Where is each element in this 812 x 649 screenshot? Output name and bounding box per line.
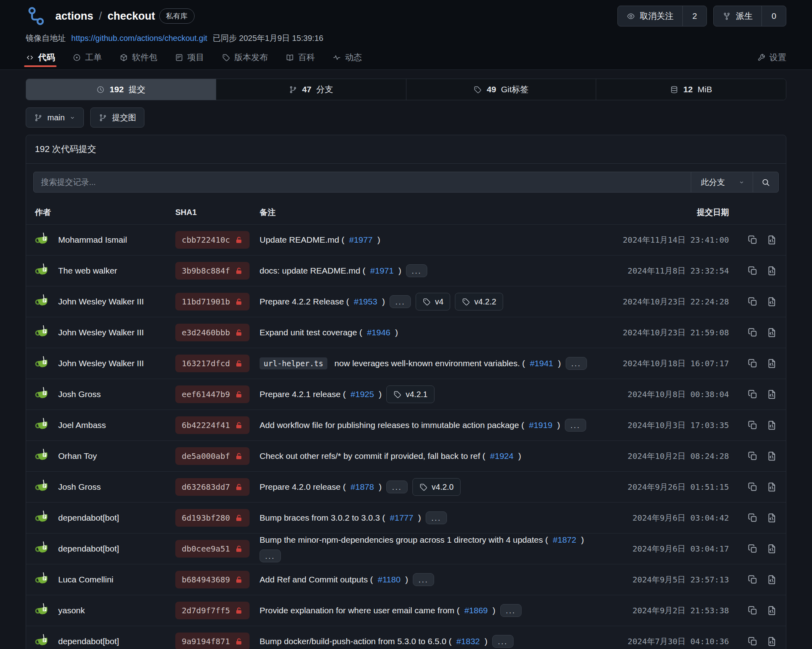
pr-link[interactable]: #1977	[349, 235, 372, 245]
avatar[interactable]	[35, 417, 51, 433]
branch-scope-dropdown[interactable]: 此分支	[691, 172, 753, 192]
author-name[interactable]: John Wesley Walker III	[58, 297, 144, 306]
commit-sha-badge[interactable]: 3b9b8c884f	[175, 262, 250, 280]
author-name[interactable]: The web walker	[58, 266, 117, 276]
commit-sha[interactable]: 6b42224f41	[182, 420, 230, 430]
breadcrumb-owner[interactable]: actions	[55, 10, 93, 22]
copy-sha-button[interactable]	[747, 420, 758, 430]
tag-pill[interactable]: v4.2.2	[455, 293, 503, 310]
author-name[interactable]: Joel Ambass	[58, 420, 106, 430]
author-name[interactable]: Josh Gross	[58, 389, 101, 399]
author-name[interactable]: dependabot[bot]	[58, 544, 119, 554]
commit-graph-button[interactable]: 提交图	[90, 107, 144, 128]
author-name[interactable]: John Wesley Walker III	[58, 359, 144, 368]
copy-sha-button[interactable]	[747, 605, 758, 616]
pr-link[interactable]: #1925	[351, 389, 374, 399]
expand-commit-body-button[interactable]: ...	[386, 481, 408, 493]
avatar[interactable]	[35, 602, 51, 619]
copy-sha-button[interactable]	[747, 544, 758, 554]
tab-代码[interactable]: 代码	[26, 52, 55, 69]
expand-commit-body-button[interactable]: ...	[406, 264, 427, 277]
expand-commit-body-button[interactable]: ...	[500, 604, 522, 617]
author-name[interactable]: dependabot[bot]	[58, 513, 119, 523]
browse-source-button[interactable]	[767, 420, 777, 430]
commit-sha[interactable]: db0cee9a51	[182, 544, 230, 554]
tag-pill[interactable]: v4	[416, 293, 450, 310]
copy-sha-button[interactable]	[747, 296, 758, 307]
author-name[interactable]: Luca Comellini	[58, 575, 114, 584]
tab-项目[interactable]: 项目	[175, 52, 204, 69]
pr-link[interactable]: #1180	[378, 575, 400, 584]
expand-commit-body-button[interactable]: ...	[566, 357, 587, 370]
commit-sha-badge[interactable]: 11bd71901b	[175, 293, 250, 310]
pr-link[interactable]: #1832	[457, 637, 480, 646]
browse-source-button[interactable]	[767, 636, 777, 647]
browse-source-button[interactable]	[767, 296, 777, 307]
browse-source-button[interactable]	[767, 574, 777, 585]
commit-sha-badge[interactable]: 6d193bf280	[175, 509, 250, 527]
pr-link[interactable]: #1777	[390, 513, 413, 523]
tab-动态[interactable]: 动态	[333, 52, 362, 69]
commit-sha[interactable]: 3b9b8c884f	[182, 266, 230, 276]
commit-sha-badge[interactable]: 6b42224f41	[175, 416, 250, 434]
commit-sha-badge[interactable]: 2d7d9f7ff5	[175, 602, 250, 619]
avatar[interactable]	[35, 355, 51, 371]
expand-commit-body-button[interactable]: ...	[413, 573, 434, 586]
commit-sha-badge[interactable]: 9a9194f871	[175, 633, 250, 649]
tab-百科[interactable]: 百科	[286, 52, 315, 69]
avatar[interactable]	[35, 232, 51, 248]
commit-sha[interactable]: 11bd71901b	[182, 297, 230, 306]
commit-sha-badge[interactable]: b684943689	[175, 571, 250, 588]
commit-sha[interactable]: cbb722410c	[182, 235, 230, 245]
commit-sha[interactable]: 163217dfcd	[182, 359, 230, 368]
avatar[interactable]	[35, 386, 51, 402]
pr-link[interactable]: #1924	[490, 451, 514, 461]
commit-sha[interactable]: d632683dd7	[182, 482, 230, 492]
expand-commit-body-button[interactable]: ...	[260, 550, 281, 562]
browse-source-button[interactable]	[767, 327, 777, 338]
pr-link[interactable]: #1869	[464, 606, 487, 615]
pr-link[interactable]: #1971	[370, 266, 394, 276]
commit-sha-badge[interactable]: eef61447b9	[175, 385, 250, 403]
commit-sha-badge[interactable]: cbb722410c	[175, 231, 250, 249]
commit-sha-badge[interactable]: de5a000abf	[175, 447, 250, 465]
avatar[interactable]	[35, 633, 51, 649]
copy-sha-button[interactable]	[747, 451, 758, 461]
commit-sha[interactable]: de5a000abf	[182, 451, 230, 461]
expand-commit-body-button[interactable]: ...	[426, 511, 447, 524]
pr-link[interactable]: #1872	[553, 535, 576, 545]
copy-sha-button[interactable]	[747, 574, 758, 585]
tab-软件包[interactable]: 软件包	[120, 52, 157, 69]
copy-sha-button[interactable]	[747, 636, 758, 647]
copy-sha-button[interactable]	[747, 327, 758, 338]
copy-sha-button[interactable]	[747, 235, 758, 245]
stat-提交[interactable]: 192 提交	[26, 79, 216, 100]
browse-source-button[interactable]	[767, 266, 777, 276]
browse-source-button[interactable]	[767, 513, 777, 523]
author-name[interactable]: Josh Gross	[58, 482, 101, 492]
author-name[interactable]: Mohammad Ismail	[58, 235, 127, 245]
author-name[interactable]: dependabot[bot]	[58, 637, 119, 646]
search-button[interactable]	[753, 172, 778, 192]
commit-sha-badge[interactable]: db0cee9a51	[175, 540, 250, 558]
author-name[interactable]: John Wesley Walker III	[58, 328, 144, 337]
expand-commit-body-button[interactable]: ...	[492, 635, 514, 648]
commit-sha[interactable]: 9a9194f871	[182, 637, 230, 646]
pr-link[interactable]: #1953	[354, 297, 377, 306]
browse-source-button[interactable]	[767, 451, 777, 461]
copy-sha-button[interactable]	[747, 358, 758, 369]
avatar[interactable]	[35, 294, 51, 310]
breadcrumb-repo[interactable]: checkout	[108, 10, 155, 22]
site-logo[interactable]	[26, 6, 47, 26]
copy-sha-button[interactable]	[747, 513, 758, 523]
stat-MiB[interactable]: 12 MiB	[596, 79, 786, 100]
browse-source-button[interactable]	[767, 605, 777, 616]
tag-pill[interactable]: v4.2.0	[412, 478, 460, 496]
avatar[interactable]	[35, 448, 51, 464]
author-name[interactable]: yasonk	[58, 606, 85, 615]
browse-source-button[interactable]	[767, 544, 777, 554]
branch-selector[interactable]: main	[26, 107, 84, 128]
tab-工单[interactable]: 工单	[73, 52, 102, 69]
expand-commit-body-button[interactable]: ...	[390, 295, 411, 308]
unwatch-button[interactable]: 取消关注 2	[617, 6, 707, 26]
